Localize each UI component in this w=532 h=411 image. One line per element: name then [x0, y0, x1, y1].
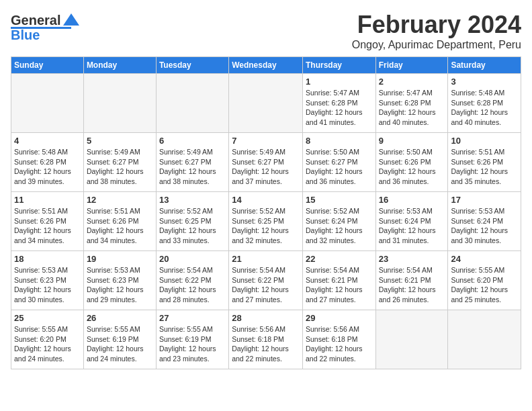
day-number: 27 [159, 313, 226, 323]
day-info: Sunrise: 5:55 AMSunset: 6:19 PMDaylight:… [87, 324, 153, 364]
day-number: 11 [14, 195, 81, 205]
day-info: Sunrise: 5:52 AMSunset: 6:25 PMDaylight:… [232, 206, 300, 246]
day-number: 16 [379, 195, 445, 205]
page-header: General Blue February 2024 Ongoy, Apurim… [11, 11, 521, 51]
day-number: 12 [87, 195, 153, 205]
calendar-cell: 19Sunrise: 5:53 AMSunset: 6:23 PMDayligh… [83, 251, 156, 310]
calendar-cell: 2Sunrise: 5:47 AMSunset: 6:28 PMDaylight… [375, 74, 448, 133]
day-info: Sunrise: 5:55 AMSunset: 6:20 PMDaylight:… [451, 265, 518, 305]
day-number: 17 [451, 195, 518, 205]
day-info: Sunrise: 5:48 AMSunset: 6:28 PMDaylight:… [451, 88, 518, 128]
day-info: Sunrise: 5:53 AMSunset: 6:23 PMDaylight:… [87, 265, 153, 305]
day-number: 14 [232, 195, 300, 205]
calendar-cell: 28Sunrise: 5:56 AMSunset: 6:18 PMDayligh… [229, 310, 303, 369]
calendar-cell: 16Sunrise: 5:53 AMSunset: 6:24 PMDayligh… [375, 192, 448, 251]
calendar-cell: 26Sunrise: 5:55 AMSunset: 6:19 PMDayligh… [83, 310, 156, 369]
calendar-cell: 5Sunrise: 5:49 AMSunset: 6:27 PMDaylight… [83, 133, 156, 192]
calendar-cell: 9Sunrise: 5:50 AMSunset: 6:26 PMDaylight… [375, 133, 448, 192]
day-number: 20 [159, 254, 226, 264]
day-number: 18 [14, 254, 81, 264]
calendar-cell: 17Sunrise: 5:53 AMSunset: 6:24 PMDayligh… [448, 192, 521, 251]
day-info: Sunrise: 5:49 AMSunset: 6:27 PMDaylight:… [87, 147, 153, 187]
logo-text: General [11, 13, 60, 28]
header-sunday: Sunday [11, 57, 84, 74]
calendar-cell: 8Sunrise: 5:50 AMSunset: 6:27 PMDaylight… [302, 133, 375, 192]
header-tuesday: Tuesday [156, 57, 228, 74]
day-number: 28 [232, 313, 300, 323]
day-number: 22 [306, 254, 373, 264]
calendar-cell: 24Sunrise: 5:55 AMSunset: 6:20 PMDayligh… [448, 251, 521, 310]
day-info: Sunrise: 5:54 AMSunset: 6:21 PMDaylight:… [306, 265, 373, 305]
calendar-cell: 12Sunrise: 5:51 AMSunset: 6:26 PMDayligh… [83, 192, 156, 251]
calendar-cell [156, 74, 228, 133]
calendar-cell: 23Sunrise: 5:54 AMSunset: 6:21 PMDayligh… [375, 251, 448, 310]
day-number: 10 [451, 136, 518, 146]
calendar-cell: 15Sunrise: 5:52 AMSunset: 6:24 PMDayligh… [302, 192, 375, 251]
day-info: Sunrise: 5:48 AMSunset: 6:28 PMDaylight:… [14, 147, 81, 187]
day-number: 25 [14, 313, 81, 323]
day-info: Sunrise: 5:51 AMSunset: 6:26 PMDaylight:… [14, 206, 81, 246]
day-number: 29 [306, 313, 373, 323]
day-number: 15 [306, 195, 373, 205]
calendar-cell: 11Sunrise: 5:51 AMSunset: 6:26 PMDayligh… [11, 192, 84, 251]
calendar-cell: 4Sunrise: 5:48 AMSunset: 6:28 PMDaylight… [11, 133, 84, 192]
calendar-cell: 25Sunrise: 5:55 AMSunset: 6:20 PMDayligh… [11, 310, 84, 369]
calendar-week-row-3: 11Sunrise: 5:51 AMSunset: 6:26 PMDayligh… [11, 192, 521, 251]
day-info: Sunrise: 5:53 AMSunset: 6:24 PMDaylight:… [451, 206, 518, 246]
calendar-cell: 10Sunrise: 5:51 AMSunset: 6:26 PMDayligh… [448, 133, 521, 192]
day-number: 21 [232, 254, 300, 264]
day-info: Sunrise: 5:49 AMSunset: 6:27 PMDaylight:… [159, 147, 226, 187]
day-info: Sunrise: 5:52 AMSunset: 6:24 PMDaylight:… [306, 206, 373, 246]
calendar-cell [83, 74, 156, 133]
calendar-cell: 22Sunrise: 5:54 AMSunset: 6:21 PMDayligh… [302, 251, 375, 310]
day-info: Sunrise: 5:49 AMSunset: 6:27 PMDaylight:… [232, 147, 300, 187]
day-info: Sunrise: 5:47 AMSunset: 6:28 PMDaylight:… [379, 88, 445, 128]
day-info: Sunrise: 5:55 AMSunset: 6:20 PMDaylight:… [14, 324, 81, 364]
calendar-cell: 14Sunrise: 5:52 AMSunset: 6:25 PMDayligh… [229, 192, 303, 251]
page-subtitle: Ongoy, Apurimac Department, Peru [352, 39, 521, 51]
day-number: 5 [87, 136, 153, 146]
header-thursday: Thursday [302, 57, 375, 74]
day-number: 7 [232, 136, 300, 146]
calendar-week-row-2: 4Sunrise: 5:48 AMSunset: 6:28 PMDaylight… [11, 133, 521, 192]
header-saturday: Saturday [448, 57, 521, 74]
calendar-cell: 13Sunrise: 5:52 AMSunset: 6:25 PMDayligh… [156, 192, 228, 251]
calendar-cell: 21Sunrise: 5:54 AMSunset: 6:22 PMDayligh… [229, 251, 303, 310]
day-number: 13 [159, 195, 226, 205]
day-number: 9 [379, 136, 445, 146]
page-title: February 2024 [352, 11, 521, 39]
day-info: Sunrise: 5:50 AMSunset: 6:27 PMDaylight:… [306, 147, 373, 187]
calendar-cell: 7Sunrise: 5:49 AMSunset: 6:27 PMDaylight… [229, 133, 303, 192]
day-info: Sunrise: 5:53 AMSunset: 6:23 PMDaylight:… [14, 265, 81, 305]
calendar-table: Sunday Monday Tuesday Wednesday Thursday… [11, 56, 521, 369]
calendar-cell: 20Sunrise: 5:54 AMSunset: 6:22 PMDayligh… [156, 251, 228, 310]
day-number: 24 [451, 254, 518, 264]
day-number: 8 [306, 136, 373, 146]
day-info: Sunrise: 5:54 AMSunset: 6:22 PMDaylight:… [159, 265, 226, 305]
title-block: February 2024 Ongoy, Apurimac Department… [352, 11, 521, 51]
day-info: Sunrise: 5:54 AMSunset: 6:21 PMDaylight:… [379, 265, 445, 305]
calendar-cell: 18Sunrise: 5:53 AMSunset: 6:23 PMDayligh… [11, 251, 84, 310]
svg-marker-0 [63, 13, 79, 26]
day-info: Sunrise: 5:47 AMSunset: 6:28 PMDaylight:… [306, 88, 373, 128]
day-number: 4 [14, 136, 81, 146]
day-info: Sunrise: 5:51 AMSunset: 6:26 PMDaylight:… [87, 206, 153, 246]
calendar-header-row: Sunday Monday Tuesday Wednesday Thursday… [11, 57, 521, 74]
day-info: Sunrise: 5:56 AMSunset: 6:18 PMDaylight:… [306, 324, 373, 364]
logo-blue-text: Blue [11, 28, 40, 43]
day-info: Sunrise: 5:53 AMSunset: 6:24 PMDaylight:… [379, 206, 445, 246]
calendar-cell: 29Sunrise: 5:56 AMSunset: 6:18 PMDayligh… [302, 310, 375, 369]
day-info: Sunrise: 5:54 AMSunset: 6:22 PMDaylight:… [232, 265, 300, 305]
calendar-cell [375, 310, 448, 369]
day-number: 3 [451, 77, 518, 87]
header-wednesday: Wednesday [229, 57, 303, 74]
calendar-cell [11, 74, 84, 133]
day-number: 19 [87, 254, 153, 264]
day-number: 2 [379, 77, 445, 87]
day-info: Sunrise: 5:51 AMSunset: 6:26 PMDaylight:… [451, 147, 518, 187]
calendar-week-row-4: 18Sunrise: 5:53 AMSunset: 6:23 PMDayligh… [11, 251, 521, 310]
calendar-cell: 27Sunrise: 5:55 AMSunset: 6:19 PMDayligh… [156, 310, 228, 369]
day-number: 23 [379, 254, 445, 264]
day-info: Sunrise: 5:56 AMSunset: 6:18 PMDaylight:… [232, 324, 300, 364]
header-friday: Friday [375, 57, 448, 74]
